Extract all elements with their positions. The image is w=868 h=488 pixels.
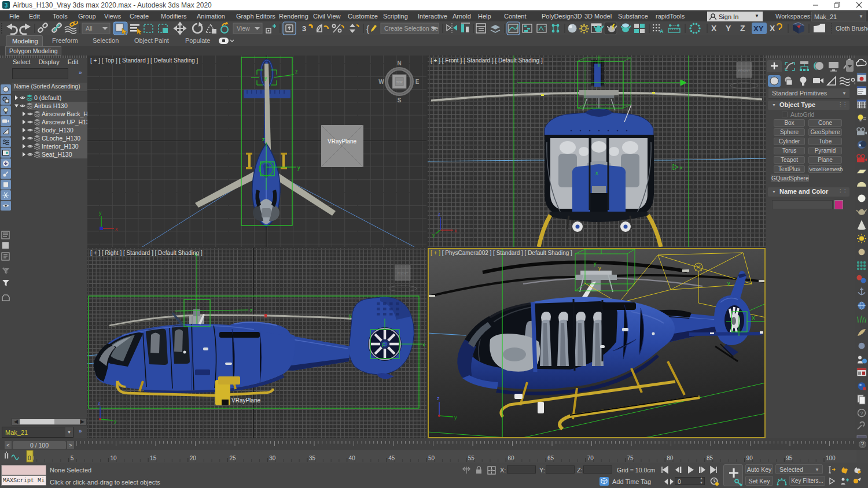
- svg-text:5: 5: [71, 455, 74, 461]
- svg-text:95: 95: [786, 455, 793, 461]
- svg-text:y: y: [454, 415, 457, 420]
- svg-text:Airscrew UP_H130: Airscrew UP_H130: [42, 119, 87, 125]
- svg-text:60: 60: [507, 455, 514, 461]
- svg-text:10: 10: [110, 455, 117, 461]
- svg-text:y: y: [432, 232, 435, 238]
- svg-text:z: z: [250, 308, 253, 313]
- svg-text:[ + ] [ Right ] [ Standard ] [: [ + ] [ Right ] [ Standard ] [ Default S…: [90, 250, 203, 256]
- svg-text:85: 85: [707, 455, 713, 461]
- svg-text:25: 25: [230, 455, 237, 461]
- svg-text:z: z: [295, 69, 298, 75]
- svg-text:Cloth Brushes: Cloth Brushes: [836, 25, 868, 32]
- svg-text:y: y: [114, 418, 117, 424]
- svg-text:Interior_H130: Interior_H130: [42, 143, 79, 150]
- svg-text:Body_H130: Body_H130: [42, 127, 73, 134]
- svg-text:z: z: [438, 211, 441, 217]
- svg-text:Y: Y: [726, 24, 731, 33]
- svg-text:VRayPlane: VRayPlane: [328, 138, 356, 145]
- svg-text:X: X: [711, 24, 717, 33]
- svg-text:x: x: [115, 226, 118, 232]
- svg-text:S: S: [398, 97, 402, 103]
- svg-text:y: y: [99, 210, 102, 216]
- svg-text:70: 70: [587, 455, 594, 461]
- svg-text:y: y: [727, 280, 730, 286]
- svg-text:W: W: [378, 79, 384, 85]
- svg-text:75: 75: [627, 455, 634, 461]
- svg-text:y: y: [264, 75, 267, 81]
- svg-text:[ + ] [ Front ] [ Standard ] [: [ + ] [ Front ] [ Standard ] [ Default S…: [431, 57, 543, 64]
- svg-text:CLoche_H130: CLoche_H130: [42, 135, 80, 142]
- svg-text:15: 15: [150, 455, 157, 461]
- svg-text:0 (default): 0 (default): [34, 94, 61, 101]
- svg-text:E: E: [415, 79, 420, 85]
- svg-text:3: 3: [302, 24, 306, 33]
- svg-text:80: 80: [667, 455, 674, 461]
- svg-text:y: y: [349, 313, 352, 319]
- svg-text:z: z: [98, 400, 101, 406]
- svg-text:3: 3: [5, 2, 8, 9]
- svg-text:x: x: [680, 165, 683, 171]
- svg-text:TOP: TOP: [396, 80, 403, 84]
- svg-text:y: y: [594, 261, 597, 267]
- svg-text:55: 55: [468, 455, 475, 461]
- svg-text:z: z: [437, 395, 440, 401]
- svg-text:30: 30: [269, 455, 276, 461]
- svg-text:[ + ] [ Top ] [ Standard ] [ D: [ + ] [ Top ] [ Standard ] [ Default Sha…: [90, 57, 198, 64]
- svg-text:x: x: [595, 170, 598, 176]
- svg-text:A: A: [660, 28, 664, 34]
- svg-text:45: 45: [388, 455, 395, 461]
- svg-text:RIGHT: RIGHT: [398, 272, 409, 275]
- svg-text:?: ?: [860, 411, 863, 416]
- svg-text:[ + ] [ PhysCamera002 ] [ Stan: [ + ] [ PhysCamera002 ] [ Standard ] [ D…: [431, 250, 572, 256]
- svg-text:65: 65: [547, 455, 554, 461]
- svg-text:X: X: [770, 24, 775, 33]
- svg-text:y: y: [598, 265, 601, 271]
- svg-text:VRayPlane: VRayPlane: [231, 397, 260, 404]
- svg-text:100: 100: [826, 455, 836, 461]
- svg-text:Create Selection Se: Create Selection Se: [384, 25, 439, 32]
- svg-text:Airbus H130: Airbus H130: [34, 102, 68, 109]
- svg-text:Airscrew Back_H13: Airscrew Back_H13: [42, 110, 87, 117]
- svg-text:Seat_H130: Seat_H130: [42, 151, 72, 158]
- svg-text:X: X: [752, 315, 755, 321]
- svg-text:{: {: [366, 24, 369, 34]
- svg-text:Z: Z: [740, 24, 745, 33]
- svg-text:XY: XY: [753, 24, 764, 33]
- svg-text:F: F: [382, 342, 385, 348]
- svg-text:y: y: [297, 165, 300, 171]
- svg-text:20: 20: [190, 455, 197, 461]
- svg-text:All: All: [86, 25, 93, 32]
- svg-text:View: View: [237, 25, 250, 32]
- svg-text:50: 50: [428, 455, 435, 461]
- svg-text:N: N: [397, 60, 401, 66]
- svg-text:x: x: [422, 342, 425, 347]
- svg-text:90: 90: [746, 455, 753, 461]
- svg-text:z: z: [262, 136, 265, 142]
- svg-text:40: 40: [349, 455, 356, 461]
- svg-text:FRONT: FRONT: [738, 69, 751, 72]
- svg-text:35: 35: [309, 455, 316, 461]
- svg-text:x: x: [454, 228, 457, 234]
- svg-text:0: 0: [28, 455, 31, 461]
